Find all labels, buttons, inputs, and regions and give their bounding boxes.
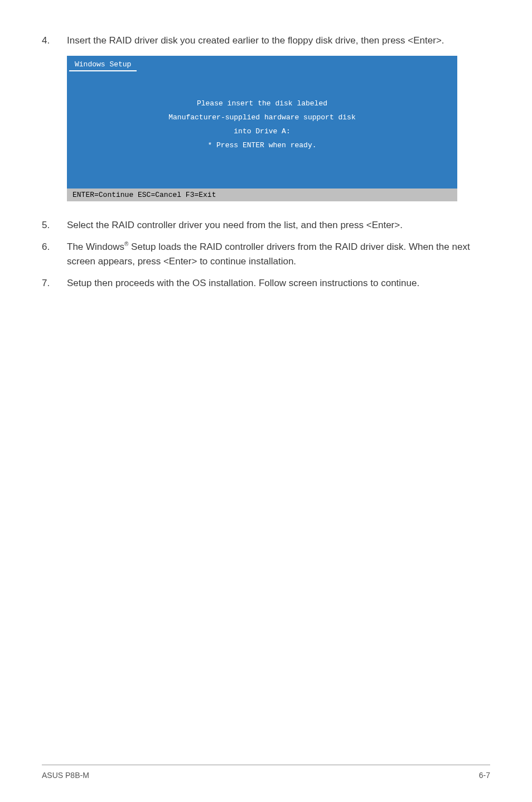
page-footer: ASUS P8B-M 6-7 (42, 765, 490, 780)
step-7-text: Setup then proceeds with the OS installa… (67, 276, 490, 291)
windows-setup-title: Windows Setup (69, 56, 137, 71)
footer-right: 6-7 (479, 771, 490, 780)
ws-line-1: Please insert the disk labeled (78, 99, 446, 108)
step-5: 5. Select the RAID controller driver you… (42, 218, 490, 233)
step-6-text: The Windows® Setup loads the RAID contro… (67, 240, 490, 268)
windows-setup-screenshot: Windows Setup Please insert the disk lab… (67, 56, 457, 201)
step-4-num: 4. (42, 33, 67, 48)
step-5-text: Select the RAID controller driver you ne… (67, 218, 490, 233)
footer-left: ASUS P8B-M (42, 771, 89, 780)
step-5-num: 5. (42, 218, 67, 233)
step-4: 4. Insert the RAID driver disk you creat… (42, 33, 490, 48)
step-7: 7. Setup then proceeds with the OS insta… (42, 276, 490, 291)
windows-setup-footer: ENTER=Continue ESC=Cancel F3=Exit (67, 189, 457, 201)
windows-setup-body: Please insert the disk labeled Manufactu… (67, 71, 457, 189)
step-6-num: 6. (42, 240, 67, 268)
step-4-text: Insert the RAID driver disk you created … (67, 33, 490, 48)
step-6: 6. The Windows® Setup loads the RAID con… (42, 240, 490, 268)
ws-line-2: Manufacturer-supplied hardware support d… (78, 113, 446, 122)
step-6-text-pre: The Windows (67, 241, 124, 252)
ws-line-4: * Press ENTER when ready. (78, 141, 446, 149)
step-7-num: 7. (42, 276, 67, 291)
ws-line-3: into Drive A: (78, 127, 446, 136)
